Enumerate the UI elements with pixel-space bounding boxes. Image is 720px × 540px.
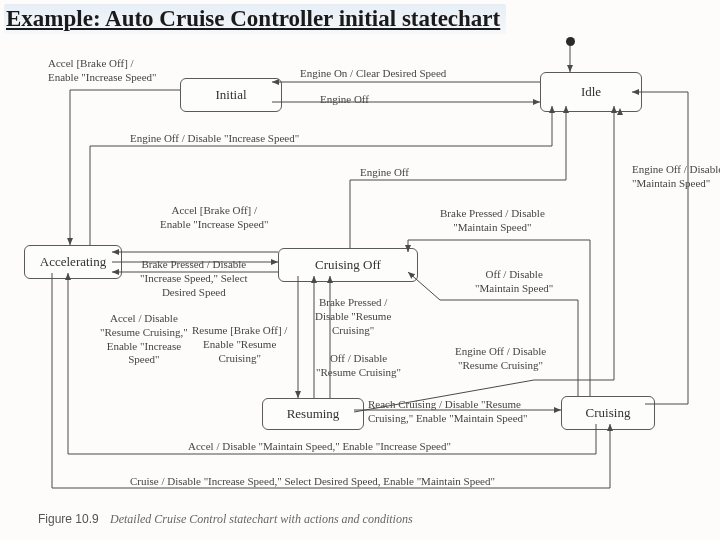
figure-number: Figure 10.9 [38, 512, 99, 526]
figure-caption: Detailed Cruise Control statechart with … [110, 512, 413, 527]
statechart-canvas: Initial Idle Accelerating Cruising Off R… [0, 0, 720, 540]
edges-svg [0, 0, 720, 540]
